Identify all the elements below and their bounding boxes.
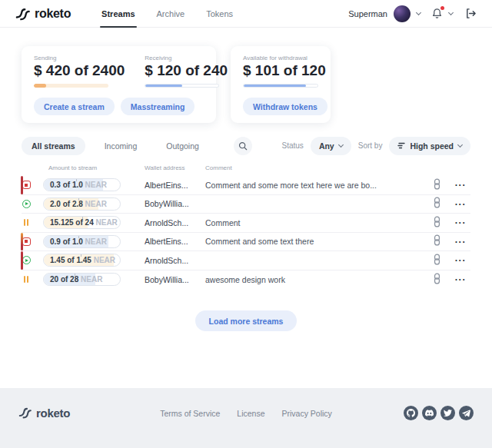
stream-comment: Comment — [205, 218, 423, 227]
ellipsis-icon: ... — [455, 234, 467, 245]
footer-link-terms-of-service[interactable]: Terms of Service — [160, 409, 220, 418]
table-row[interactable]: 1.45 of 1.45 NEARArnoldSch...... — [22, 251, 470, 270]
stream-comment: Comment and some text there — [205, 237, 423, 246]
copy-link-button[interactable] — [423, 176, 450, 194]
receiving-value: $ 120 of 240 — [145, 62, 228, 79]
row-menu-button[interactable]: ... — [450, 233, 470, 251]
create-stream-button[interactable]: Create a stream — [34, 98, 115, 115]
telegram-icon — [462, 409, 470, 417]
row-accent-bar — [21, 251, 23, 270]
ellipsis-icon: ... — [455, 197, 467, 207]
tab-all-streams[interactable]: All streams — [22, 137, 85, 155]
receiving-label: Receiving — [145, 55, 228, 61]
masstreaming-button[interactable]: Masstreaming — [121, 98, 195, 115]
footer-logo[interactable]: roketo — [18, 407, 70, 420]
row-menu-button[interactable]: ... — [450, 251, 470, 270]
col-comment: Comment — [205, 164, 423, 171]
col-wallet: Wallet address — [145, 164, 205, 171]
direction-tabs: All streamsIncomingOutgoing — [22, 137, 209, 155]
row-menu-button[interactable]: ... — [450, 214, 470, 232]
nav-item-tokens[interactable]: Tokens — [206, 0, 233, 28]
header-right: Superman — [348, 5, 477, 22]
sort-lines-icon — [397, 142, 405, 149]
footer-link-license[interactable]: License — [237, 409, 264, 418]
copy-link-button[interactable] — [423, 233, 450, 251]
discord-link[interactable] — [422, 406, 437, 420]
sort-select[interactable]: High speed — [389, 137, 470, 155]
notification-dot — [440, 6, 444, 10]
twitter-icon — [444, 409, 452, 417]
status-select[interactable]: Any — [311, 137, 351, 155]
sign-out-icon — [465, 8, 477, 19]
table-row[interactable]: 2.0 of 2.8 NEARBobyWillia...... — [22, 195, 470, 214]
row-menu-button[interactable]: ... — [450, 195, 470, 214]
wallet-address: BobyWillia... — [145, 275, 205, 284]
footer-links: Terms of ServiceLicensePrivacy Policy — [160, 409, 332, 418]
social-links — [404, 406, 474, 420]
withdrawal-card: Available for withdrawal $ 101 of 120 Wi… — [231, 46, 331, 123]
link-icon — [434, 178, 440, 192]
receiving-progress-bar — [145, 84, 219, 88]
stream-comment: awesome design work — [205, 275, 423, 284]
footer-link-privacy-policy[interactable]: Privacy Policy — [282, 409, 332, 418]
github-icon — [407, 409, 415, 417]
amount-progress-pill: 20 of 28 NEAR — [43, 273, 121, 286]
avatar[interactable] — [394, 5, 411, 22]
nav-item-archive[interactable]: Archive — [157, 0, 185, 28]
ellipsis-icon: ... — [455, 178, 467, 188]
copy-link-button[interactable] — [423, 270, 450, 290]
tab-incoming[interactable]: Incoming — [95, 137, 148, 155]
chevron-down-icon[interactable] — [416, 9, 421, 15]
wallet-address: AlbertEins... — [145, 237, 205, 246]
chevron-down-icon[interactable] — [448, 9, 454, 15]
brand-logo[interactable]: roketo — [15, 7, 71, 21]
ellipsis-icon: ... — [455, 215, 467, 226]
ellipsis-icon: ... — [455, 253, 467, 264]
sort-by-label: Sort by — [358, 141, 383, 150]
chevron-down-icon — [457, 141, 463, 147]
amount-text: 1.45 of 1.45 NEAR — [50, 256, 115, 264]
load-more-button[interactable]: Load more streams — [195, 310, 298, 331]
sign-out-button[interactable] — [465, 8, 477, 19]
nav-item-streams[interactable]: Streams — [101, 0, 135, 28]
roketo-logo-icon — [18, 407, 32, 419]
copy-link-button[interactable] — [423, 251, 450, 270]
footer: roketo Terms of ServiceLicensePrivacy Po… — [0, 388, 492, 448]
link-icon — [434, 197, 440, 211]
roketo-app: roketo StreamsArchiveTokens Superman — [0, 0, 492, 448]
currency-text: NEAR — [85, 200, 107, 208]
withdrawal-label: Available for withdrawal — [243, 55, 318, 61]
search-button[interactable] — [234, 137, 252, 155]
tab-outgoing[interactable]: Outgoing — [156, 137, 209, 155]
amount-progress-pill: 15.125 of 24 NEAR — [43, 216, 121, 229]
amount-text: 2.0 of 2.8 NEAR — [50, 200, 107, 208]
amount-text: 0.9 of 1.0 NEAR — [50, 237, 107, 246]
receiving-metric: Receiving $ 120 of 240 — [145, 55, 228, 88]
main-nav: StreamsArchiveTokens — [91, 0, 244, 28]
twitter-link[interactable] — [440, 406, 455, 420]
footer-brand-name: roketo — [36, 407, 70, 420]
withdraw-tokens-button[interactable]: Withdraw tokens — [243, 98, 327, 115]
amount-text: 20 of 28 NEAR — [50, 275, 102, 284]
ellipsis-icon: ... — [455, 272, 467, 283]
brand-name: roketo — [35, 7, 71, 21]
row-menu-button[interactable]: ... — [450, 176, 470, 194]
wallet-address: AlbertEins... — [145, 181, 205, 190]
link-icon — [434, 234, 440, 248]
table-row[interactable]: 0.3 of 1.0 NEARAlbertEins...Comment and … — [22, 176, 470, 195]
notifications-button[interactable] — [431, 8, 443, 19]
wallet-address: ArnoldSch... — [145, 218, 205, 227]
table-rows: 0.3 of 1.0 NEARAlbertEins...Comment and … — [22, 176, 470, 289]
copy-link-button[interactable] — [423, 214, 450, 232]
github-link[interactable] — [404, 406, 418, 420]
table-row[interactable]: 0.9 of 1.0 NEARAlbertEins...Comment and … — [22, 233, 470, 252]
col-amount: Amount to stream — [43, 164, 145, 171]
table-row[interactable]: 20 of 28 NEARBobyWillia...awesome design… — [22, 270, 470, 290]
table-row[interactable]: 15.125 of 24 NEARArnoldSch...Comment... — [22, 214, 470, 233]
telegram-link[interactable] — [459, 406, 474, 420]
row-menu-button[interactable]: ... — [450, 270, 470, 290]
sending-metric: Sending $ 420 of 2400 — [34, 55, 125, 88]
sending-progress-bar — [34, 84, 108, 88]
copy-link-button[interactable] — [423, 195, 450, 214]
amount-progress-pill: 1.45 of 1.45 NEAR — [43, 254, 121, 267]
